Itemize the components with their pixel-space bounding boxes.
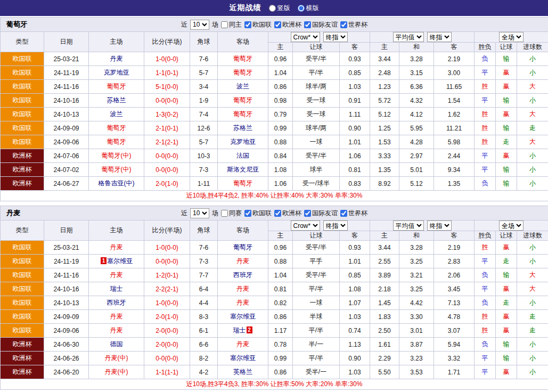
odds-handicap: 受平/半 [293,52,340,66]
score[interactable]: 1-1(1-1) [144,365,190,379]
comp-filter-friendly[interactable]: 国际友谊 [304,209,338,218]
team-name[interactable]: 波兰 [110,110,123,118]
score[interactable]: 1-0(0-0) [144,296,190,310]
team-name[interactable]: 波兰 [236,83,249,90]
score[interactable]: 1-0(0-0) [144,241,190,255]
nations-league-checkbox[interactable] [244,21,251,28]
final-index-select[interactable]: 终指 [323,220,348,231]
team-name[interactable]: 丹麦 [110,243,123,251]
team-name[interactable]: 葡萄牙 [233,243,252,251]
team-name[interactable]: 苏格兰 [107,96,126,104]
score[interactable]: 0-0(0-0) [144,149,190,163]
score[interactable]: 1-1(0-1) [144,66,190,80]
comp-filter-friendly[interactable]: 国际友谊 [304,20,338,29]
nations-league-checkbox[interactable] [244,210,251,217]
comp-filter-nations[interactable]: 欧国联 [244,20,272,29]
team-name[interactable]: 丹麦 [236,257,249,265]
team-name[interactable]: 葡萄牙 [107,83,126,90]
average-select[interactable]: 平均值 [393,220,424,231]
vertical-radio[interactable] [269,5,276,12]
team-name[interactable]: 丹麦 [236,299,249,306]
same-checkbox[interactable] [221,21,228,28]
team-name[interactable]: 法国 [236,152,249,159]
avg-draw: 3.30 [399,310,434,324]
euro-checkbox[interactable] [274,21,281,28]
score[interactable]: 5-1(0-0) [144,80,190,94]
score[interactable]: 1-3(0-2) [144,108,190,121]
team-name[interactable]: 瑞士 [233,326,246,334]
team-name[interactable]: 丹麦 [110,55,123,62]
same-filter[interactable]: 同赛 [221,209,242,218]
team-name[interactable]: 葡萄牙 [233,55,252,62]
team-name[interactable]: 英格兰 [233,368,252,375]
team-name[interactable]: 斯洛文尼亚 [227,166,259,173]
score[interactable]: 2-1(0-1) [144,121,190,135]
euro-checkbox[interactable] [274,210,281,217]
score[interactable]: 1-2(0-1) [144,268,190,282]
team-name[interactable]: 克罗地亚 [104,69,129,76]
bookmaker-select[interactable]: Crow* [291,32,320,42]
team-name[interactable]: 葡萄牙(中) [102,152,132,159]
team-name[interactable]: 克罗地亚 [230,138,256,145]
score[interactable]: 0-0(0-0) [144,94,190,108]
worldcup-checkbox[interactable] [340,21,347,28]
comp-filter-worldcup[interactable]: 世界杯 [340,209,367,218]
team-name[interactable]: 格鲁吉亚(中) [99,179,135,187]
team-name[interactable]: 塞尔维亚 [230,354,256,362]
comp-filter-nations[interactable]: 欧国联 [244,209,272,218]
score[interactable]: 0-0(0-0) [144,352,190,365]
avg-final-index-select[interactable]: 终指 [427,32,452,42]
score[interactable]: 2-2(2-1) [144,282,190,296]
team-name[interactable]: 葡萄牙 [233,69,252,76]
full-match-select[interactable]: 全场 [499,220,524,231]
team-name[interactable]: 葡萄牙 [233,110,252,118]
team-name[interactable]: 葡萄牙(中) [102,166,132,173]
score[interactable]: 2-0(1-0) [144,177,190,191]
team-name[interactable]: 塞尔维亚 [230,313,256,320]
score[interactable]: 2-0(1-0) [144,310,190,324]
team-name[interactable]: 德国 [110,340,123,348]
score[interactable]: 2-1(2-1) [144,135,190,149]
team-name[interactable]: 丹麦 [236,340,249,348]
team-name[interactable]: 葡萄牙 [233,179,252,187]
team-name[interactable]: 丹麦 [110,271,123,279]
result-handicap: 走 [496,135,517,149]
horizontal-radio[interactable] [298,5,305,12]
worldcup-checkbox[interactable] [340,210,347,217]
same-filter[interactable]: 同主 [221,20,242,29]
match-count-select[interactable]: 10 [190,20,209,30]
final-index-select[interactable]: 终指 [323,32,348,42]
team-name[interactable]: 瑞士 [110,285,123,292]
layout-radio-vertical[interactable]: 竖版 [269,4,290,13]
team-name[interactable]: 葡萄牙 [107,138,126,145]
team-name[interactable]: 西班牙 [107,299,126,306]
average-select[interactable]: 平均值 [393,32,424,42]
team-name[interactable]: 丹麦 [110,326,123,334]
score[interactable]: 2-0(0-0) [144,324,190,338]
same-checkbox[interactable] [221,210,228,217]
bookmaker-select[interactable]: Crow* [291,220,320,231]
score[interactable]: 1-0(0-0) [144,52,190,66]
comp-filter-euro[interactable]: 欧洲杯 [274,20,301,29]
score[interactable]: 0-0(0-0) [144,163,190,177]
team-name[interactable]: 丹麦(中) [105,368,128,375]
avg-final-index-select[interactable]: 终指 [427,220,452,231]
team-name[interactable]: 丹麦 [236,285,249,292]
team-name[interactable]: 葡萄牙 [233,96,252,104]
comp-filter-worldcup[interactable]: 世界杯 [340,20,367,29]
team-name[interactable]: 丹麦 [110,313,123,320]
score[interactable]: 2-0(0-0) [144,338,190,352]
full-match-select[interactable]: 全场 [499,32,524,42]
comp-filter-euro[interactable]: 欧洲杯 [274,209,301,218]
team-name[interactable]: 西班牙 [233,271,252,279]
friendly-checkbox[interactable] [304,21,311,28]
team-name[interactable]: 丹麦(中) [105,354,128,362]
score[interactable]: 0-0(0-0) [144,255,190,268]
match-count-select[interactable]: 10 [190,208,209,218]
team-name[interactable]: 葡萄牙 [107,124,126,132]
team-name[interactable]: 苏格兰 [233,124,252,132]
odds-home: 0.88 [268,135,293,149]
layout-radio-horizontal[interactable]: 横版 [298,4,319,13]
team-name[interactable]: 塞尔维亚 [107,257,133,265]
friendly-checkbox[interactable] [304,210,311,217]
